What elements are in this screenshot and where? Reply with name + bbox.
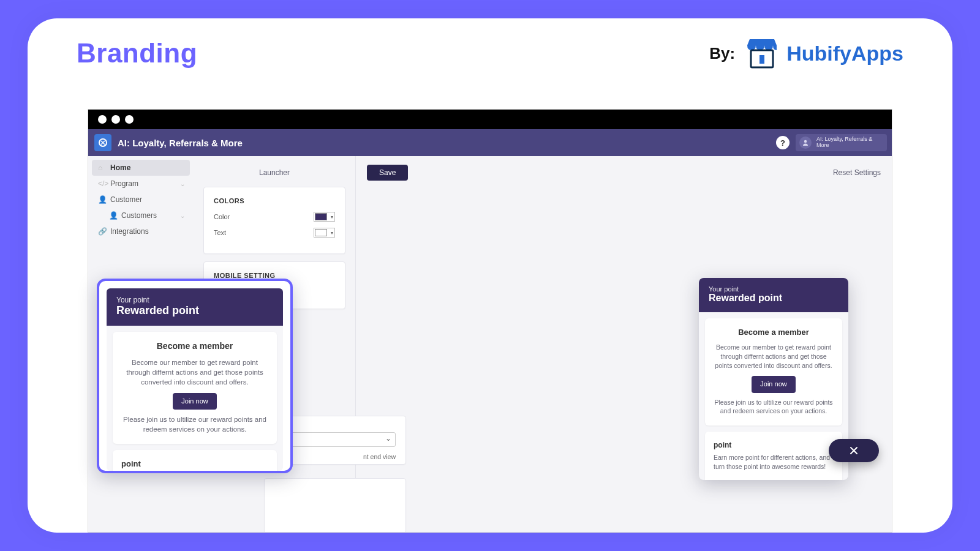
svg-rect-1 <box>760 55 764 64</box>
link-icon: 🔗 <box>98 227 105 236</box>
sidebar-item-label: Integrations <box>110 227 149 236</box>
preview-widget-highlighted: Your point Rewarded point Become a membe… <box>97 279 293 473</box>
join-note: Please join us to ultilize our reward po… <box>121 414 268 434</box>
save-button[interactable]: Save <box>367 165 408 181</box>
chevron-down-icon: ⌄ <box>180 212 185 219</box>
preview-header: Your point Rewarded point <box>699 278 848 312</box>
card-title: Become a member <box>121 340 268 353</box>
point-card: point Earn more point for different acti… <box>113 450 277 471</box>
brand-name: HubifyApps <box>786 42 903 66</box>
launcher-tab[interactable]: Launcher <box>259 166 290 187</box>
storefront-icon <box>744 37 780 70</box>
sidebar-item-customer[interactable]: 👤 Customer <box>92 192 190 208</box>
member-card: Become a member Become our member to get… <box>113 332 277 444</box>
sidebar-item-label: Customers <box>121 211 157 220</box>
chevron-down-icon: ▾ <box>331 230 333 236</box>
profile-text: AI: Loyalty, Referrals & More <box>816 137 881 149</box>
preview-widget: Your point Rewarded point Become a membe… <box>699 278 848 480</box>
row-label: Text <box>214 229 226 236</box>
setting-panel-fragment <box>264 478 406 533</box>
point-card: point Earn more point for different acti… <box>705 432 842 480</box>
by-label: By: <box>709 44 735 63</box>
preview-title: Rewarded point <box>709 293 839 304</box>
card-title: Become a member <box>714 327 834 338</box>
color-row: Color ▾ <box>214 212 335 222</box>
window-dot <box>98 115 107 124</box>
sidebar-item-label: Program <box>110 179 138 188</box>
sidebar-item-customers[interactable]: 👤 Customers ⌄ <box>92 208 190 223</box>
user-icon: 👤 <box>109 211 116 220</box>
card-title: point <box>121 459 268 470</box>
byline: By: HubifyApps <box>709 37 903 70</box>
preview-subtitle: Your point <box>116 296 273 304</box>
join-now-button[interactable]: Join now <box>752 376 795 392</box>
text-color-row: Text ▾ <box>214 228 335 238</box>
card-text: Earn more point for different actions, a… <box>714 453 834 471</box>
app-header: AI: Loyalty, Referrals & More ? AI: Loya… <box>88 129 892 156</box>
app-logo-icon <box>94 134 111 151</box>
sidebar-item-home[interactable]: ⌂ Home <box>92 160 190 176</box>
colors-panel: COLORS Color ▾ Text ▾ <box>203 187 345 254</box>
slide-header: Branding By: HubifyApps <box>28 18 952 81</box>
color-picker[interactable]: ▾ <box>314 228 335 238</box>
join-now-button[interactable]: Join now <box>173 393 216 410</box>
home-icon: ⌂ <box>98 163 105 172</box>
sidebar-item-label: Home <box>110 163 130 172</box>
close-icon <box>849 446 859 455</box>
app-title: AI: Loyalty, Referrals & More <box>118 138 243 148</box>
sidebar-item-label: Customer <box>110 195 142 204</box>
slide-title: Branding <box>77 38 197 69</box>
top-actions: Save Reset Settings <box>367 165 881 181</box>
color-swatch <box>315 213 327 220</box>
hubify-logo: HubifyApps <box>744 37 903 70</box>
profile-pill[interactable]: AI: Loyalty, Referrals & More <box>796 134 887 151</box>
panel-title: COLORS <box>214 197 335 204</box>
close-fab[interactable] <box>829 439 879 462</box>
preview-title: Rewarded point <box>116 304 273 317</box>
card-title: point <box>714 440 834 451</box>
preview-subtitle: Your point <box>709 285 839 293</box>
avatar-icon <box>799 137 812 149</box>
svg-point-2 <box>804 140 807 143</box>
code-icon: </> <box>98 179 105 188</box>
chevron-down-icon: ⌄ <box>180 181 185 187</box>
window-titlebar <box>88 110 892 129</box>
row-label: Color <box>214 213 230 220</box>
reset-settings-link[interactable]: Reset Settings <box>833 168 881 177</box>
card-text: Become our member to get reward point th… <box>121 358 268 387</box>
help-button[interactable]: ? <box>776 136 790 149</box>
user-icon: 👤 <box>98 195 105 204</box>
chevron-down-icon: ▾ <box>331 214 333 220</box>
member-card: Become a member Become our member to get… <box>705 318 842 425</box>
window-dot <box>111 115 120 124</box>
card-text: Become our member to get reward point th… <box>714 343 834 370</box>
ways-to-earn-row[interactable]: Ways to earn › <box>714 477 834 480</box>
slide-card: Branding By: HubifyApps <box>28 18 952 533</box>
window-dot <box>125 115 134 124</box>
color-picker[interactable]: ▾ <box>314 212 335 222</box>
preview-header: Your point Rewarded point <box>107 288 283 326</box>
join-note: Please join us to ultilize our reward po… <box>714 398 834 416</box>
sidebar-item-integrations[interactable]: 🔗 Integrations <box>92 223 190 239</box>
sidebar-item-program[interactable]: </> Program ⌄ <box>92 176 190 192</box>
color-swatch <box>315 229 327 236</box>
